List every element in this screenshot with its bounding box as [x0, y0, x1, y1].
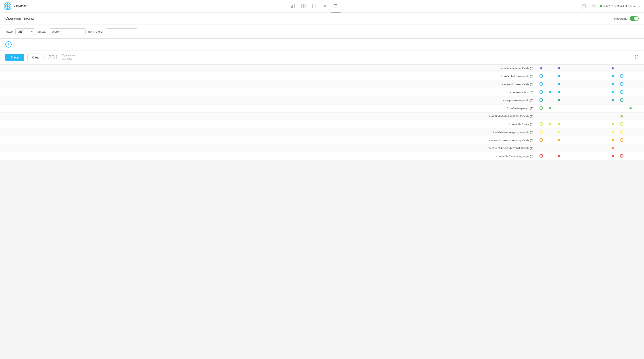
dot-col-7 [590, 128, 599, 136]
dot-col-10 [617, 104, 626, 112]
trace-button[interactable]: Trace [5, 54, 24, 61]
table-row[interactable]: /core/authz/user-groups/config (6) [0, 128, 644, 136]
path-cell: /core/authz/users/config (6) [0, 72, 537, 80]
logo-icon [4, 2, 12, 10]
add-filter-button[interactable]: + [5, 41, 12, 48]
dot-col-12 [635, 96, 644, 104]
dot-col-11 [626, 104, 635, 112]
dot-col-12 [635, 120, 644, 128]
dot-col-3 [555, 88, 564, 96]
method-select[interactable]: GET POST PUT PATCH DELETE ALL [16, 28, 35, 35]
clear-button[interactable]: Clear [28, 54, 44, 61]
table-row[interactable]: /core/authz/users/stats (6) [0, 80, 644, 88]
svg-rect-7 [294, 4, 294, 8]
connection-badge[interactable]: 5cb61b1c-d3d4-4717-8de4... ▾ [600, 5, 640, 8]
toggle-knob [634, 16, 638, 20]
dot-col-5 [572, 144, 582, 152]
dot-col-2 [546, 88, 555, 96]
table-row[interactable]: /core/authz/resource-groups (6) [0, 152, 644, 160]
dot-col-12 [635, 128, 644, 136]
dot-col-9 [608, 144, 617, 152]
dot-col-4 [564, 152, 572, 160]
dot-col-5 [572, 128, 582, 136]
dot-col-2 [546, 120, 555, 128]
share-button[interactable] [590, 3, 597, 10]
nav-tracing[interactable] [331, 0, 340, 12]
recording-area: Recording [614, 16, 639, 21]
expand-button[interactable] [634, 55, 639, 60]
path-cell: /core/authz/user-groups/config (6) [0, 128, 537, 136]
svg-marker-23 [592, 5, 595, 8]
svg-rect-6 [292, 5, 293, 8]
main-content: /core/management/stats (3)/core/authz/us… [0, 64, 644, 160]
table-row[interactable]: /core/authz/resource-groups/stats (6) [0, 136, 644, 144]
solid-dot [540, 67, 542, 70]
referer-input[interactable] [106, 28, 137, 35]
dot-col-8 [599, 144, 608, 152]
ops-available: Operations [62, 54, 75, 58]
solid-dot [558, 99, 560, 101]
dot-col-9 [608, 112, 617, 120]
app-name: XENON™ [14, 4, 28, 8]
dot-col-3 [555, 80, 564, 88]
dot-col-11 [626, 152, 635, 160]
nav-grid[interactable] [298, 0, 308, 12]
table-row[interactable]: /core/examples (10) [0, 88, 644, 96]
solid-dot [612, 83, 614, 85]
dot-col-6 [582, 128, 590, 136]
ring-dot [540, 138, 543, 142]
dot-col-8 [599, 104, 608, 112]
dot-col-6 [582, 96, 590, 104]
solid-dot [612, 75, 614, 77]
dot-col-11 [626, 144, 635, 152]
logo-area: XENON™ [4, 2, 48, 10]
dot-col-5 [572, 152, 582, 160]
dot-col-9 [608, 88, 617, 96]
dot-col-6 [582, 72, 590, 80]
table-row[interactable]: /core/management/stats (3) [0, 64, 644, 72]
table-row[interactable]: /core/processes/config (6) [0, 96, 644, 104]
table-row[interactable]: /core/management (7) [0, 104, 644, 112]
dot-col-9 [608, 152, 617, 160]
dot-col-12 [635, 104, 644, 112]
dot-col-4 [564, 144, 572, 152]
dot-col-7 [590, 64, 599, 72]
nav-dashboard[interactable] [288, 0, 298, 12]
from-referer-label: from referer [88, 30, 104, 33]
table-row[interactable]: /core/authz/users (8) [0, 120, 644, 128]
table-row[interactable]: /core/authz/users/config (6) [0, 72, 644, 80]
dot-col-5 [572, 120, 582, 128]
path-input[interactable] [50, 28, 86, 35]
path-cell: id-458b-ba9f-bc9ab9018c15/stats (1) [0, 112, 537, 120]
solid-dot [612, 99, 614, 101]
svg-text:✱: ✱ [323, 4, 326, 8]
nav-document[interactable] [309, 0, 319, 12]
table-row[interactable]: id-458b-ba9f-bc9ab9018c15/stats (1) [0, 112, 644, 120]
solid-dot [549, 107, 551, 110]
dot-col-12 [635, 88, 644, 96]
nav-plugins[interactable]: ✱ [320, 0, 330, 12]
dot-col-4 [564, 128, 572, 136]
dot-col-11 [626, 88, 635, 96]
dot-col-7 [590, 80, 599, 88]
dot-col-1 [537, 128, 546, 136]
ring-dot [620, 98, 624, 102]
dot-col-8 [599, 80, 608, 88]
page-header: Operation Tracing Recording [0, 12, 644, 25]
solid-dot [612, 123, 614, 125]
help-button[interactable]: ? [580, 3, 587, 10]
dot-col-8 [599, 88, 608, 96]
recording-toggle[interactable] [630, 16, 639, 21]
ring-dot [540, 130, 543, 134]
solid-dot [558, 83, 560, 85]
table-row[interactable]: 8a81ea71475605447092000/stats (1) [0, 144, 644, 152]
svg-rect-9 [304, 4, 305, 6]
path-cell: 8a81ea71475605447092000/stats (1) [0, 144, 537, 152]
dot-col-12 [635, 72, 644, 80]
dot-col-4 [564, 120, 572, 128]
dot-col-2 [546, 112, 555, 120]
dot-col-10 [617, 144, 626, 152]
solid-dot [612, 139, 614, 141]
dot-col-10 [617, 120, 626, 128]
dot-col-9 [608, 136, 617, 144]
